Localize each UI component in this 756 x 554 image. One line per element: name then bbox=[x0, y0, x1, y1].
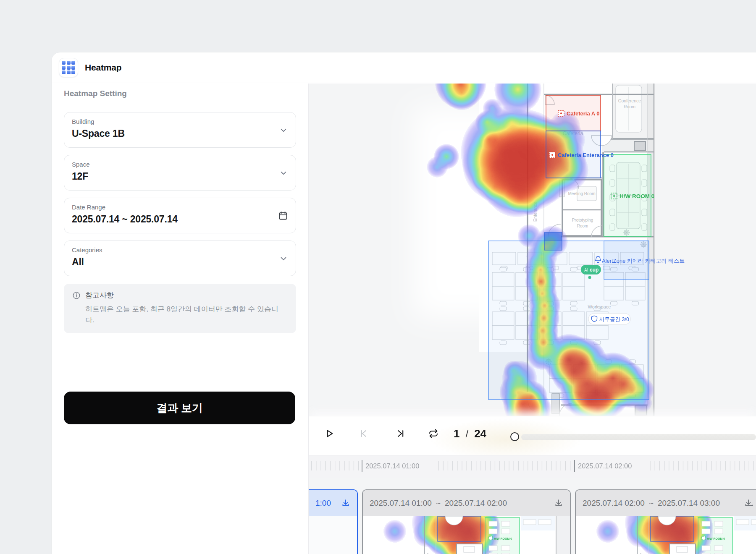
chevron-down-icon bbox=[279, 125, 288, 135]
office-zone-badge[interactable]: 사무공간 3/0 bbox=[588, 314, 630, 324]
zone-label-cafeteria-entrance: Cafeteria Enterance 0 bbox=[549, 152, 614, 158]
notice-title: 참고사항 bbox=[85, 290, 114, 300]
app-logo bbox=[59, 58, 78, 77]
building-select[interactable]: Building U-Space 1B bbox=[64, 112, 296, 148]
space-label: Space bbox=[72, 161, 288, 168]
snapshot-floor-plan: Meeting Room H/W ROOM 0 Enterance bbox=[576, 516, 756, 554]
download-icon[interactable] bbox=[554, 499, 563, 508]
svg-text:AlertZone 카메라 카테고리 테스트: AlertZone 카메라 카테고리 테스트 bbox=[602, 258, 685, 264]
chevron-down-icon bbox=[279, 168, 288, 178]
main-panel: Heatmap Heatmap Setting Building U-Space… bbox=[52, 52, 756, 554]
chevron-down-icon bbox=[279, 254, 288, 263]
view-results-button[interactable]: 결과 보기 bbox=[64, 392, 295, 424]
snapshot-floor-plan: Meeting Room H/W ROOM 0 Enterance bbox=[363, 516, 571, 554]
slider-thumb[interactable] bbox=[510, 432, 519, 441]
skip-to-end-button[interactable] bbox=[395, 428, 406, 439]
frame-counter: 1 / 24 bbox=[454, 427, 486, 440]
snapshot-label: 1:00 bbox=[315, 499, 331, 508]
space-select[interactable]: Space 12F bbox=[64, 155, 296, 191]
play-button[interactable] bbox=[324, 428, 335, 439]
svg-text:사무공간 3/0: 사무공간 3/0 bbox=[599, 316, 629, 322]
snapshot-card-selected[interactable]: 1:00 bbox=[309, 489, 358, 554]
svg-text:cup: cup bbox=[590, 267, 598, 273]
page-title: Heatmap bbox=[85, 63, 121, 73]
timeline[interactable] bbox=[309, 455, 756, 478]
download-icon[interactable] bbox=[341, 499, 350, 508]
date-range-label: Date Range bbox=[72, 204, 288, 211]
range-end: 2025.07.14 02:00 bbox=[445, 499, 507, 508]
categories-label: Categories bbox=[72, 246, 288, 253]
total-frames: 24 bbox=[474, 427, 486, 440]
building-label: Building bbox=[72, 118, 288, 125]
heatmap-app: Heatmap Heatmap Setting Building U-Space… bbox=[0, 0, 756, 554]
svg-text:H/W ROOM 0: H/W ROOM 0 bbox=[620, 193, 654, 199]
current-frame: 1 bbox=[454, 427, 459, 440]
skip-to-start-button[interactable] bbox=[358, 428, 369, 439]
section-title: Heatmap Setting bbox=[64, 89, 296, 98]
slider-track[interactable] bbox=[521, 434, 756, 440]
categories-select[interactable]: Categories All bbox=[64, 240, 296, 276]
range-end: 2025.07.14 03:00 bbox=[658, 499, 720, 508]
snapshot-card[interactable]: 2025.07.14 02:00 ~ 2025.07.14 03:00 Meet… bbox=[575, 489, 756, 554]
snapshot-card[interactable]: 2025.07.14 01:00 ~ 2025.07.14 02:00 Meet… bbox=[362, 489, 571, 554]
info-icon bbox=[72, 291, 81, 300]
app-header: Heatmap bbox=[52, 52, 756, 83]
zone-overlay: Cafeteria A 0 Cafeteria Enterance 0 H/W … bbox=[309, 84, 756, 416]
heatmap-viewport[interactable]: Conference Room Cafeteria Meeting Room P… bbox=[309, 84, 756, 554]
notice-box: 참고사항 히트맵은 오늘 포함, 최근 8일간의 데이터만 조회할 수 있습니다… bbox=[64, 284, 296, 333]
loop-button[interactable] bbox=[428, 428, 439, 439]
svg-text:H/W ROOM 0: H/W ROOM 0 bbox=[494, 537, 512, 540]
timeline-ticks bbox=[309, 455, 756, 478]
alertzone-label: AlertZone 카메라 카테고리 테스트 bbox=[596, 256, 685, 264]
svg-text:Cafeteria Enterance 0: Cafeteria Enterance 0 bbox=[558, 152, 614, 158]
range-start: 2025.07.14 02:00 bbox=[583, 499, 645, 508]
grid-icon bbox=[62, 61, 75, 74]
download-icon[interactable] bbox=[744, 499, 753, 508]
date-range-value: 2025.07.14 ~ 2025.07.14 bbox=[72, 214, 288, 225]
notice-text: 히트맵은 오늘 포함, 최근 8일간의 데이터만 조회할 수 있습니다. bbox=[72, 304, 283, 326]
calendar-icon bbox=[278, 211, 288, 221]
categories-value: All bbox=[72, 256, 288, 268]
svg-text:H/W ROOM 0: H/W ROOM 0 bbox=[707, 537, 725, 540]
snapshot-cards: 1:00 2025.07.14 01:00 ~ 2025.07.14 02:00 bbox=[309, 489, 756, 554]
settings-sidebar: Heatmap Setting Building U-Space 1B Spac… bbox=[52, 84, 309, 554]
space-value: 12F bbox=[72, 171, 288, 182]
svg-text:AI: AI bbox=[584, 268, 588, 272]
range-start: 2025.07.14 01:00 bbox=[370, 499, 432, 508]
building-value: U-Space 1B bbox=[72, 128, 288, 139]
svg-text:Cafeteria A 0: Cafeteria A 0 bbox=[567, 110, 600, 117]
date-range-picker[interactable]: Date Range 2025.07.14 ~ 2025.07.14 bbox=[64, 198, 296, 233]
